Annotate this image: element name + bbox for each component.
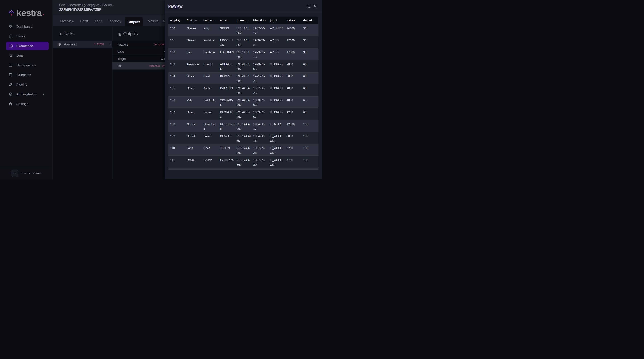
svg-text:kestra: kestra — [16, 8, 42, 17]
svg-text:HTTP: HTTP — [59, 43, 61, 44]
